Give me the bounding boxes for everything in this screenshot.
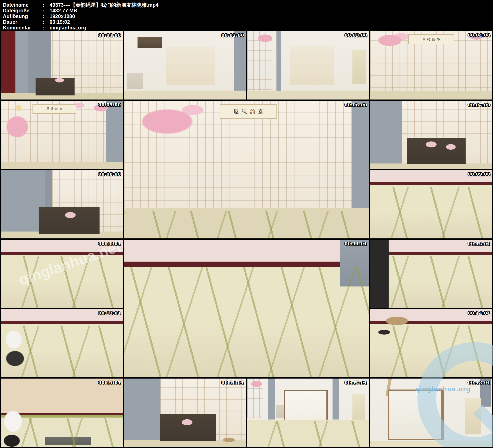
thumbnail-grid: 00:01:00 00:02:00 00:03:00 屋绳韵秦 00:04:00…	[1, 31, 492, 447]
file-info-row: Dateiname : 49373----【秦韵绳屋】我们的新朋友林晓雅.mp4	[3, 2, 493, 8]
timestamp-overlay: 00:16:01	[221, 380, 244, 385]
video-thumbnail-2: 00:02:00	[124, 31, 246, 100]
timestamp-overlay: 00:01:00	[98, 33, 121, 38]
contact-sheet: { "header": { "separator": ":", "fields"…	[0, 0, 493, 448]
timestamp-overlay: 00:15:01	[98, 380, 121, 385]
field-separator: :	[43, 2, 50, 8]
timestamp-overlay: 00:13:01	[98, 311, 121, 316]
timestamp-overlay: 00:03:00	[345, 33, 367, 38]
timestamp-overlay: 00:02:00	[221, 33, 244, 38]
timestamp-overlay: 00:06:00	[345, 102, 367, 107]
timestamp-overlay: 00:08:00	[98, 172, 121, 177]
timestamp-overlay: 00:17:01	[345, 380, 367, 385]
video-thumbnail-6-large: 屋绳韵秦 00:06:00	[124, 101, 369, 238]
video-thumbnail-9: 00:09:00	[370, 170, 492, 238]
timestamp-overlay: 00:11:01	[345, 241, 367, 246]
video-thumbnail-15: 00:15:01	[1, 379, 123, 447]
timestamp-overlay: 00:04:00	[468, 33, 490, 38]
video-thumbnail-10: 00:10:01	[1, 240, 123, 308]
comment-value: qinglanhua.org	[50, 25, 493, 31]
timestamp-overlay: 00:12:01	[468, 241, 490, 246]
thumbnail-grid-wrapper: 00:01:00 00:02:00 00:03:00 屋绳韵秦 00:04:00…	[0, 31, 493, 447]
duration-value: 00:19:02	[50, 19, 493, 25]
file-info-row: Dateigröße : 1432.77 MB	[3, 8, 493, 13]
video-thumbnail-12: 00:12:01	[370, 240, 492, 308]
video-thumbnail-7: 00:07:00	[370, 101, 492, 169]
field-label: Dateiname	[3, 2, 43, 8]
resolution-value: 1920x1080	[50, 13, 493, 19]
field-separator: :	[43, 8, 50, 13]
timestamp-overlay: 00:09:00	[468, 172, 490, 177]
timestamp-overlay: 00:14:01	[468, 311, 490, 316]
filename-value: 49373----【秦韵绳屋】我们的新朋友林晓雅.mp4	[50, 2, 493, 8]
calligraphy-banner: 屋绳韵秦	[33, 104, 76, 114]
timestamp-overlay: 00:05:00	[98, 102, 121, 107]
timestamp-overlay: 00:10:01	[98, 241, 121, 246]
field-label: Kommentar	[3, 25, 43, 31]
timestamp-overlay: 00:07:00	[468, 102, 490, 107]
field-separator: :	[43, 13, 50, 19]
video-thumbnail-18: 00:18:01	[370, 379, 492, 447]
video-thumbnail-11-large: 00:11:01	[124, 240, 369, 377]
video-thumbnail-8: 00:08:00	[1, 170, 123, 238]
video-thumbnail-16: 00:16:01	[124, 379, 246, 447]
field-label: Dateigröße	[3, 8, 43, 13]
video-thumbnail-4: 屋绳韵秦 00:04:00	[370, 31, 492, 100]
file-info-row: Auflösung : 1920x1080	[3, 13, 493, 19]
video-thumbnail-5: 屋绳韵秦 00:05:00	[1, 101, 123, 169]
timestamp-overlay: 00:18:01	[468, 380, 490, 385]
calligraphy-banner: 屋绳韵秦	[220, 104, 277, 119]
video-thumbnail-13: 00:13:01	[1, 309, 123, 377]
file-info-header: Dateiname : 49373----【秦韵绳屋】我们的新朋友林晓雅.mp4…	[0, 0, 493, 31]
video-thumbnail-1: 00:01:00	[1, 31, 123, 100]
field-label: Dauer	[3, 19, 43, 25]
file-info-row: Dauer : 00:19:02	[3, 19, 493, 25]
field-separator: :	[43, 25, 50, 31]
field-separator: :	[43, 19, 50, 25]
video-thumbnail-3: 00:03:00	[247, 31, 369, 100]
video-thumbnail-17: 00:17:01	[247, 379, 369, 447]
file-info-row: Kommentar : qinglanhua.org	[3, 25, 493, 31]
field-label: Auflösung	[3, 13, 43, 19]
video-thumbnail-14: 00:14:01	[370, 309, 492, 377]
filesize-value: 1432.77 MB	[50, 8, 493, 13]
calligraphy-banner: 屋绳韵秦	[408, 34, 454, 44]
